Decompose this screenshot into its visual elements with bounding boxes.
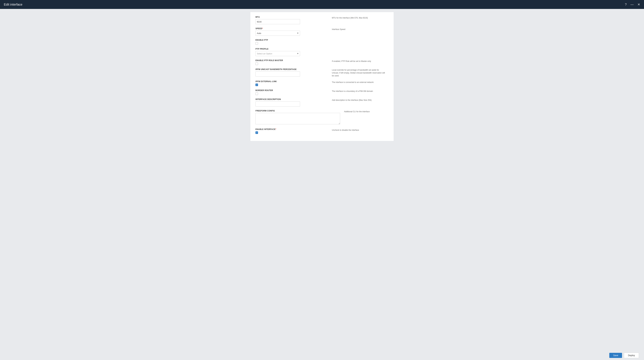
ptp-profile-label: PTP Profile: [256, 48, 328, 50]
speed-field-container: SPEED* Auto 100Mb 1Gb 10Gb 25Gb 40Gb 100…: [256, 28, 332, 36]
enable-ptp-role-row: Enable PTP Role Master If enabled, PTP R…: [256, 59, 388, 65]
ptp-profile-select[interactable]: Select an Option: [256, 51, 300, 56]
speed-hint-text: Interface Speed: [332, 28, 346, 31]
border-router-row: Border Router The interface is a boundar…: [256, 89, 388, 95]
freeform-hint-container: Additional CLI for the interface: [344, 110, 388, 113]
ipfm-ext-hint-text: The interface is connected to an externa…: [332, 81, 374, 83]
border-router-container: Border Router: [256, 89, 332, 95]
mtu-hint-text: MTU for the interface (Min:576, Max:9216…: [332, 17, 368, 19]
bottom-bar: Save Deploy: [0, 351, 644, 360]
enable-iface-hint-text: Uncheck to disable the interface: [332, 129, 359, 131]
ipfm-ext-container: IPFM External-Link: [256, 80, 332, 86]
speed-select-wrapper: Auto 100Mb 1Gb 10Gb 25Gb 40Gb 100Gb ▼: [256, 31, 300, 36]
freeform-textarea[interactable]: [256, 113, 340, 124]
enable-ptp-role-checkbox[interactable]: [256, 63, 258, 65]
enable-ptp-role-hint-text: If enabled, PTP Role will be set to Mast…: [332, 60, 371, 62]
ipfm-bw-input[interactable]: [256, 71, 300, 77]
ptp-profile-hint-container: [332, 48, 388, 48]
dialog-title: Edit interface: [4, 3, 625, 6]
ipfm-ext-checkbox-wrapper: [256, 84, 328, 86]
iface-desc-input[interactable]: [256, 101, 300, 106]
enable-ptp-role-container: Enable PTP Role Master: [256, 59, 332, 65]
enable-iface-checkbox-wrapper: [256, 131, 328, 134]
enable-ptp-checkbox-wrapper: [256, 42, 328, 45]
enable-ptp-label: Enable PTP: [256, 39, 328, 41]
iface-desc-label: Interface Description: [256, 98, 328, 100]
enable-ptp-role-hint-container: If enabled, PTP Role will be set to Mast…: [332, 59, 388, 63]
enable-ptp-role-label: Enable PTP Role Master: [256, 59, 328, 62]
enable-iface-label: Enable Interface*: [256, 128, 328, 130]
ipfm-bw-hint-container: Local override for percentage of bandwid…: [332, 68, 388, 77]
enable-iface-hint-container: Uncheck to disable the interface: [332, 128, 388, 131]
close-icon[interactable]: ✕: [638, 3, 640, 6]
help-icon[interactable]: ?: [625, 3, 627, 6]
enable-iface-row: Enable Interface* Uncheck to disable the…: [256, 128, 388, 134]
border-router-label: Border Router: [256, 89, 328, 92]
enable-ptp-container: Enable PTP: [256, 39, 332, 45]
ptp-profile-row: PTP Profile Select an Option ▼: [256, 48, 388, 56]
border-router-hint-container: The interface is a boundary of a PIM-SM …: [332, 89, 388, 93]
enable-ptp-row: Enable PTP: [256, 39, 388, 45]
ipfm-bw-label: IPFM Unicast Bandwidth Percentage: [256, 68, 328, 70]
mtu-label: MTU: [256, 16, 328, 18]
titlebar-controls: ? — ✕: [625, 3, 640, 6]
deploy-button[interactable]: Deploy: [624, 353, 639, 358]
enable-ptp-hint-container: [332, 39, 388, 39]
ipfm-ext-label: IPFM External-Link: [256, 80, 328, 83]
enable-iface-container: Enable Interface*: [256, 128, 332, 134]
freeform-row: Freeform Config Additional CLI for the i…: [256, 110, 388, 125]
ipfm-ext-hint-container: The interface is connected to an externa…: [332, 80, 388, 84]
minimize-icon[interactable]: —: [630, 3, 634, 6]
ipfm-bw-hint: Local override for percentage of bandwid…: [332, 69, 388, 77]
freeform-label: Freeform Config: [256, 110, 340, 112]
enable-ptp-role-checkbox-wrapper: [256, 63, 328, 65]
ptp-profile-select-wrapper: Select an Option ▼: [256, 51, 300, 56]
enable-iface-checkbox[interactable]: [256, 131, 258, 134]
ipfm-bw-row: IPFM Unicast Bandwidth Percentage Local …: [256, 68, 388, 77]
iface-desc-hint-text: Add description to the interface (Max Si…: [332, 99, 372, 101]
border-router-checkbox-wrapper: [256, 92, 328, 95]
ipfm-ext-checkbox[interactable]: [256, 84, 258, 86]
mtu-input[interactable]: [256, 19, 300, 24]
titlebar: Edit interface ? — ✕: [0, 0, 644, 9]
border-router-hint-text: The interface is a boundary of a PIM-SM …: [332, 90, 373, 92]
freeform-hint-text: Additional CLI for the interface: [344, 110, 370, 113]
speed-hint-container: Interface Speed: [332, 28, 388, 31]
speed-label: SPEED*: [256, 28, 328, 30]
mtu-row: MTU MTU for the interface (Min:576, Max:…: [256, 16, 388, 24]
freeform-container: Freeform Config: [256, 110, 344, 125]
enable-ptp-checkbox[interactable]: [256, 42, 258, 45]
speed-select[interactable]: Auto 100Mb 1Gb 10Gb 25Gb 40Gb 100Gb: [256, 31, 300, 36]
ptp-profile-container: PTP Profile Select an Option ▼: [256, 48, 332, 56]
iface-desc-hint-container: Add description to the interface (Max Si…: [332, 98, 388, 102]
iface-desc-container: Interface Description: [256, 98, 332, 106]
ipfm-bw-container: IPFM Unicast Bandwidth Percentage: [256, 68, 332, 77]
save-button[interactable]: Save: [609, 353, 622, 358]
border-router-checkbox[interactable]: [256, 92, 258, 95]
form-panel: MTU MTU for the interface (Min:576, Max:…: [250, 12, 394, 141]
mtu-field-container: MTU: [256, 16, 332, 24]
iface-desc-row: Interface Description Add description to…: [256, 98, 388, 106]
ipfm-ext-row: IPFM External-Link The interface is conn…: [256, 80, 388, 86]
mtu-hint: MTU for the interface (Min:576, Max:9216…: [332, 16, 388, 19]
main-content: MTU MTU for the interface (Min:576, Max:…: [0, 9, 644, 360]
speed-row: SPEED* Auto 100Mb 1Gb 10Gb 25Gb 40Gb 100…: [256, 28, 388, 36]
